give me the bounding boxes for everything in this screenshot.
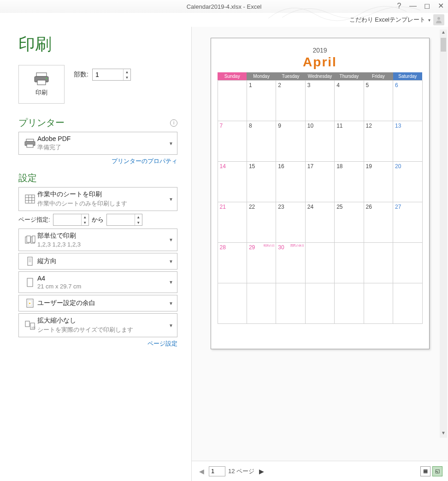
printer-properties-link[interactable]: プリンターのプロパティ (112, 158, 177, 164)
calendar-cell: 3 (305, 81, 334, 121)
calendar-cell: 2 (276, 81, 305, 121)
user-name[interactable]: こだわり Excelテンプレート (349, 16, 425, 24)
svg-rect-14 (27, 236, 30, 242)
scaling-dropdown[interactable]: 100 拡大縮小なし シートを実際のサイズで印刷します ▼ (18, 313, 177, 337)
svg-point-4 (46, 78, 47, 79)
prev-page-icon[interactable]: ◀ (197, 467, 206, 476)
spinner-down-icon[interactable]: ▼ (82, 220, 88, 225)
calendar-cell: 27 (393, 202, 422, 243)
calendar-cell (218, 283, 247, 324)
calendar-cell: 28 (218, 243, 247, 283)
calendar-day-header: Saturday (393, 72, 422, 81)
calendar-cell (276, 283, 305, 324)
printer-section-title: プリンター (18, 117, 65, 129)
orientation-dropdown[interactable]: 縦方向 ▼ (18, 253, 177, 270)
svg-rect-25 (25, 321, 29, 327)
printer-name: Adobe PDF (37, 135, 169, 142)
paper-icon (24, 277, 35, 287)
calendar-cell: 16 (276, 162, 305, 202)
total-pages: 12 ページ (228, 467, 254, 475)
avatar[interactable] (433, 14, 444, 25)
portrait-icon (24, 256, 35, 266)
minimize-icon[interactable]: — (408, 2, 418, 10)
calendar-cell: 8 (247, 121, 276, 162)
calendar-cell: 22 (247, 202, 276, 243)
svg-rect-5 (26, 139, 34, 141)
calendar-cell (364, 283, 393, 324)
restore-icon[interactable]: ◻ (422, 1, 431, 10)
print-settings-panel: 印刷 印刷 部数: ▲▼ プリンター i Adobe PDF 準備完了 (0, 27, 191, 481)
zoom-to-page-button[interactable]: ◱ (432, 466, 442, 476)
page-range-row: ページ指定: ▲▼ から ▲▼ (18, 214, 177, 226)
scroll-up-icon[interactable]: ▲ (440, 29, 447, 37)
svg-point-0 (437, 17, 440, 20)
preview-page: 2019 April SundayMondayTuesdayWednesdayT… (211, 38, 430, 349)
calendar-cell: 13 (393, 121, 422, 162)
spinner-up-icon[interactable]: ▲ (124, 69, 130, 75)
copies-label: 部数: (74, 70, 88, 79)
calendar-cell: 17 (305, 162, 334, 202)
calendar-month: April (218, 55, 423, 70)
margins-icon (24, 298, 35, 308)
calendar-cell: 20 (393, 162, 422, 202)
calendar-cell: 5 (364, 81, 393, 121)
printer-dropdown[interactable]: Adobe PDF 準備完了 ▼ (18, 132, 177, 155)
show-margins-button[interactable]: ▦ (420, 466, 430, 476)
next-page-icon[interactable]: ▶ (257, 467, 266, 476)
paper-size-dropdown[interactable]: A4 21 cm x 29.7 cm ▼ (18, 271, 177, 293)
spinner-up-icon[interactable]: ▲ (135, 214, 142, 220)
scale-icon: 100 (24, 320, 35, 330)
chevron-down-icon: ▼ (169, 259, 173, 264)
calendar-cell: 18 (335, 162, 364, 202)
calendar-cell: 9 (276, 121, 305, 162)
info-icon[interactable]: i (170, 119, 177, 127)
chevron-down-icon: ▼ (169, 197, 173, 202)
calendar-cell: 29昭和の日 (247, 243, 276, 283)
scroll-down-icon[interactable]: ▼ (440, 430, 447, 438)
chevron-down-icon: ▼ (169, 323, 173, 328)
copies-spinner[interactable]: ▲▼ (92, 69, 131, 81)
calendar-day-header: Thursday (335, 72, 364, 81)
spinner-down-icon[interactable]: ▼ (124, 75, 130, 80)
svg-rect-8 (25, 195, 35, 203)
settings-section-title: 設定 (18, 172, 37, 184)
page-range-label: ページ指定: (18, 216, 50, 224)
svg-rect-21 (27, 278, 33, 287)
print-what-dropdown[interactable]: 作業中のシートを印刷 作業中のシートのみを印刷します ▼ (18, 187, 177, 211)
calendar-cell: 15 (247, 162, 276, 202)
calendar-cell: 14 (218, 162, 247, 202)
calendar-cell (364, 243, 393, 283)
printer-icon (34, 72, 49, 86)
copies-input[interactable] (93, 69, 123, 80)
chevron-down-icon[interactable]: ▾ (428, 18, 430, 23)
scroll-thumb[interactable] (441, 38, 446, 52)
close-icon[interactable]: ✕ (436, 1, 445, 10)
margins-dropdown[interactable]: ユーザー設定の余白 ▼ (18, 295, 177, 311)
calendar-cell (393, 243, 422, 283)
page-to-input[interactable] (107, 214, 135, 225)
calendar-cell (305, 243, 334, 283)
print-preview: 2019 April SundayMondayTuesdayWednesdayT… (192, 27, 448, 461)
page-setup-link[interactable]: ページ設定 (147, 340, 177, 347)
svg-rect-7 (27, 144, 33, 147)
spinner-down-icon[interactable]: ▼ (135, 220, 142, 225)
spinner-up-icon[interactable]: ▲ (82, 214, 88, 220)
page-title: 印刷 (18, 33, 177, 56)
calendar-cell: 24 (305, 202, 334, 243)
calendar-cell: 6 (393, 81, 422, 121)
current-page-input[interactable] (209, 466, 225, 476)
calendar-day-header: Monday (247, 72, 276, 81)
vertical-scrollbar[interactable]: ▲ ▼ (440, 29, 447, 438)
print-button[interactable]: 印刷 (18, 65, 65, 104)
calendar-table: SundayMondayTuesdayWednesdayThursdayFrid… (218, 72, 423, 324)
calendar-day-header: Sunday (218, 72, 247, 81)
help-icon[interactable]: ? (395, 2, 404, 10)
calendar-cell: 4 (335, 81, 364, 121)
calendar-cell: 26 (364, 202, 393, 243)
chevron-down-icon: ▼ (169, 280, 173, 285)
title-bar: Calendar2019-4.xlsx - Excel ? — ◻ ✕ (0, 0, 448, 13)
collate-dropdown[interactable]: 部単位で印刷 1,2,3 1,2,3 1,2,3 ▼ (18, 229, 177, 251)
svg-rect-16 (32, 236, 35, 242)
page-from-input[interactable] (53, 214, 81, 225)
calendar-cell: 1 (247, 81, 276, 121)
